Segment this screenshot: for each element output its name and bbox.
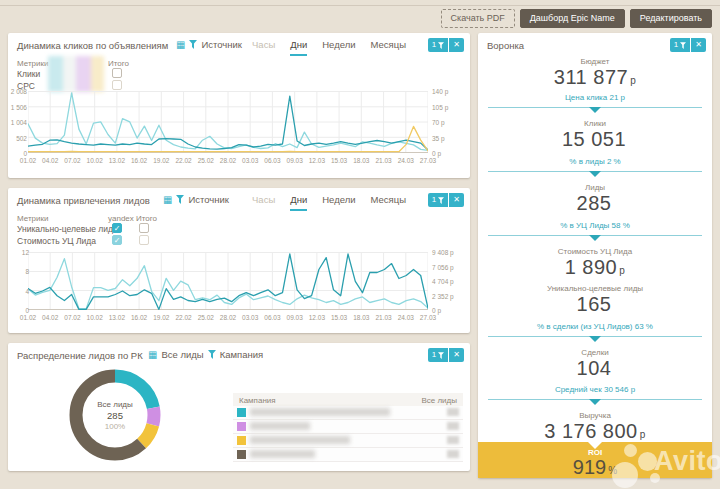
tab-days[interactable]: Дни (290, 194, 307, 211)
campaign-filter-label[interactable]: Кампания (220, 349, 263, 360)
campaign-color-chip (237, 450, 246, 459)
legend-row-lead-cost: Стоимость УЦ Лида (17, 236, 96, 246)
stage-revenue-value: 3 176 800 (544, 420, 637, 442)
filter-badge-button[interactable]: 1 (428, 348, 448, 362)
total-lead-cost-checkbox[interactable] (139, 235, 149, 245)
connector-lead-rate: % в лиды 2 % (478, 157, 712, 166)
connector-line-arrow (488, 171, 702, 172)
close-panel-button[interactable]: ✕ (449, 193, 464, 207)
censored-leads-value (447, 408, 459, 416)
filter-badge-button[interactable]: 1 (428, 38, 448, 52)
total-cpc-checkbox[interactable] (112, 80, 122, 90)
legend-row-unique-leads: Уникально-целевые лиды (17, 224, 119, 234)
dashboard-name-button[interactable]: Дашборд Epic Name (520, 9, 625, 28)
all-leads-filter-label[interactable]: Все лиды (161, 349, 203, 360)
col-campaign: Кампания (239, 396, 276, 405)
roi-value: 919 (573, 456, 606, 478)
period-tabs: Часы Дни Недели Месяцы (252, 194, 406, 211)
filter-badge-button[interactable]: 1 (670, 38, 690, 52)
source-filter-label[interactable]: Источник (188, 194, 229, 205)
stage-clicks: Клики 15 051 (478, 119, 712, 151)
funnel-header: Воронка 1 ✕ (478, 33, 712, 55)
tab-months[interactable]: Месяцы (371, 194, 406, 211)
filter-funnel-icon[interactable] (189, 40, 197, 49)
stage-budget: Бюджет 311 877р (478, 57, 712, 89)
filter-funnel-icon[interactable] (208, 350, 216, 359)
connector-line-arrow (488, 336, 702, 337)
leads-left-axis: 12840 (12, 252, 29, 310)
filter-funnel-icon[interactable] (176, 195, 184, 204)
clicks-line-chart (28, 91, 428, 153)
panel-leads-header: Динамика привлечения лидов ▦ Источник Ча… (8, 188, 470, 210)
stage-budget-unit: р (630, 75, 636, 86)
clicks-left-axis: 2 0081 5061 0045020 (10, 91, 27, 153)
tab-months[interactable]: Месяцы (371, 39, 406, 56)
campaign-color-chip (237, 436, 246, 445)
panel-clicks-title: Динамика кликов по объявлениям (17, 40, 168, 51)
col-all-leads: Все лиды (421, 396, 457, 405)
filter-count: 1 (432, 196, 436, 204)
filter-count: 1 (432, 41, 436, 49)
chart-type-icon[interactable]: ▦ (176, 40, 185, 50)
connector-line-arrow (488, 399, 702, 400)
topbar: Скачать PDF Дашборд Epic Name Редактиров… (441, 9, 713, 28)
connector-cpc: Цена клика 21 р (478, 93, 712, 102)
tab-hours[interactable]: Часы (252, 39, 275, 56)
roi-band: ROI 919% (478, 442, 712, 478)
total-clicks-checkbox[interactable] (112, 68, 122, 78)
campaign-table-row (233, 420, 463, 434)
panel-leads-dynamics: Динамика привлечения лидов ▦ Источник Ча… (8, 188, 470, 333)
roi-unit: % (608, 465, 617, 476)
stage-uc-lead-cost-label: Стоимость УЦ Лида (478, 247, 712, 256)
stage-uc-lead-cost: Стоимость УЦ Лида 1 890р (478, 247, 712, 279)
connector-line-arrow (488, 107, 702, 108)
total-unique-leads-checkbox[interactable] (139, 223, 149, 233)
campaign-table-row (233, 448, 463, 462)
censored-leads-value (447, 436, 459, 444)
leads-donut-chart: Все лиды 285 100% (68, 368, 162, 462)
close-panel-button[interactable]: ✕ (449, 348, 464, 362)
legend-row-clicks: Клики (17, 69, 40, 79)
censored-campaign-swatches (48, 56, 104, 92)
campaign-color-chip (237, 408, 246, 417)
yandex-lead-cost-checkbox[interactable]: ✓ (112, 235, 122, 245)
donut-value: 285 (107, 410, 123, 421)
filter-count: 1 (674, 41, 678, 49)
close-panel-button[interactable]: ✕ (691, 38, 706, 52)
funnel-icon (438, 352, 444, 359)
stage-uc-lead-cost-value: 1 890 (565, 256, 618, 278)
yandex-unique-leads-checkbox[interactable]: ✓ (112, 223, 122, 233)
tab-weeks[interactable]: Недели (322, 194, 355, 211)
campaign-color-chip (237, 422, 246, 431)
donut-center-text: Все лиды 285 100% (68, 368, 162, 462)
panel-clicks-header: Динамика кликов по объявлениям ▦ Источни… (8, 33, 470, 55)
stage-deals-label: Сделки (478, 348, 712, 357)
download-pdf-button[interactable]: Скачать PDF (441, 9, 515, 28)
stage-leads-value: 285 (577, 192, 612, 214)
metrics-label: Метрики (17, 59, 49, 68)
source-filter-label[interactable]: Источник (201, 39, 242, 50)
yandex-column-label: yandex (108, 214, 134, 223)
total-column-label: Итого (136, 214, 157, 223)
period-tabs: Часы Дни Недели Месяцы (252, 39, 406, 56)
filter-badge-button[interactable]: 1 (428, 193, 448, 207)
stage-budget-value: 311 877 (554, 66, 628, 88)
stage-deals-value: 104 (577, 357, 612, 379)
chart-type-icon[interactable]: ▦ (148, 350, 157, 360)
edit-button[interactable]: Редактировать (630, 9, 712, 28)
stage-deals: Сделки 104 (478, 348, 712, 380)
connector-uc-rate: % в УЦ Лиды 58 % (478, 221, 712, 230)
chart-type-icon[interactable]: ▦ (163, 195, 172, 205)
censored-campaign-name (250, 408, 390, 416)
metrics-label: Метрики (17, 214, 49, 223)
tab-days[interactable]: Дни (290, 39, 307, 56)
tab-hours[interactable]: Часы (252, 194, 275, 211)
panel-clicks-dynamics: Динамика кликов по объявлениям ▦ Источни… (8, 33, 470, 178)
stage-budget-label: Бюджет (478, 57, 712, 66)
leads-line-chart (28, 252, 428, 310)
tab-weeks[interactable]: Недели (322, 39, 355, 56)
close-panel-button[interactable]: ✕ (449, 38, 464, 52)
stage-clicks-value: 15 051 (562, 128, 626, 150)
total-column-label: Итого (108, 59, 129, 68)
campaign-table-row (233, 434, 463, 448)
